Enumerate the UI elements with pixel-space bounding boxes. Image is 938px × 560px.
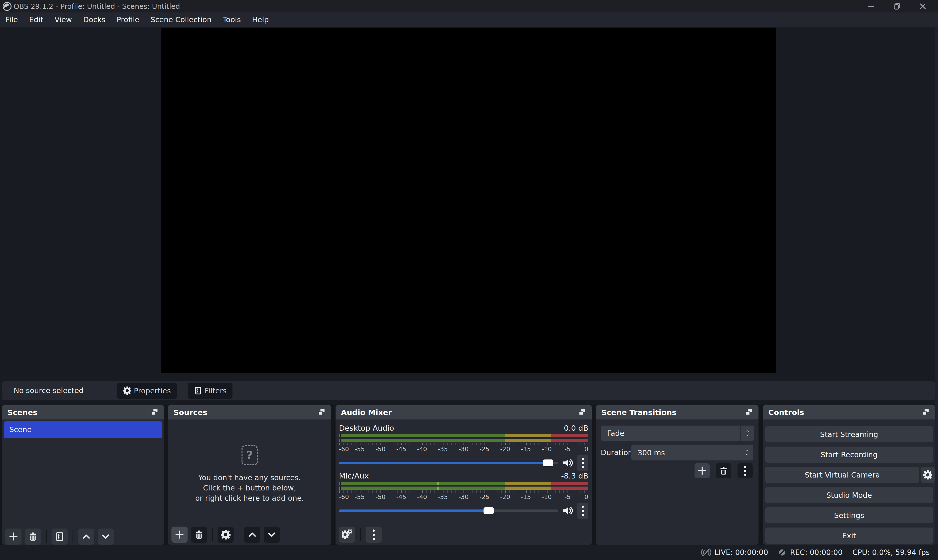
volume-slider-handle[interactable] [543,460,553,466]
menu-scene-collection[interactable]: Scene Collection [145,12,217,27]
rec-timer: REC: 00:00:00 [790,548,842,557]
move-scene-down-button[interactable] [98,529,114,545]
spinner-arrows[interactable] [745,449,753,456]
broadcast-off-icon [701,548,711,557]
virtual-camera-settings-button[interactable] [921,467,935,483]
chevron-down-icon [267,530,277,540]
remove-source-button[interactable] [191,526,207,543]
empty-text-line1: You don't have any sources. [168,473,331,483]
mixer-options-button[interactable] [366,526,382,543]
menu-view[interactable]: View [49,12,77,27]
scene-filters-button[interactable] [51,529,68,545]
studio-mode-button[interactable]: Studio Mode [765,487,933,503]
channel-options-button[interactable] [577,503,588,519]
source-status-text: No source selected [14,382,83,400]
start-streaming-button[interactable]: Start Streaming [765,426,933,442]
volume-slider-fill [339,462,548,464]
scenes-toolbar: + [5,529,114,545]
move-source-down-button[interactable] [264,526,280,543]
gear-icon [221,530,230,540]
menu-profile[interactable]: Profile [111,12,145,27]
audio-mixer-toolbar [339,526,382,543]
gear-icon [123,386,131,395]
remove-scene-button[interactable] [25,529,41,545]
popout-icon[interactable] [744,408,753,417]
filter-icon [55,532,65,542]
menu-file[interactable]: File [0,12,23,27]
meter-peak-marker [437,482,439,485]
live-timer: LIVE: 00:00:00 [714,548,768,557]
cpu-status: CPU: 0.0%, 59.94 fps [852,548,930,557]
transition-select[interactable]: Fade [601,426,754,441]
program-canvas[interactable] [161,28,776,373]
volume-slider[interactable] [339,509,558,512]
kebab-icon [744,466,746,476]
chevron-down-icon [101,532,111,542]
popout-icon[interactable] [317,408,326,417]
close-button[interactable] [918,2,928,11]
scene-transitions-panel: Scene Transitions Fade Duration 300 ms + [596,405,759,545]
chevron-down-icon [745,453,750,456]
right-edge-strip [935,27,938,545]
sources-panel-title: Sources [173,408,207,417]
volume-slider[interactable] [339,462,558,464]
advanced-audio-button[interactable] [339,526,355,543]
duration-spinbox[interactable]: 300 ms [631,445,753,460]
duration-label: Duration [601,445,633,460]
meter-scale: -60 -55 -50 -45 -40 -35 -30 -25 -20 -15 … [339,493,588,501]
menu-help[interactable]: Help [247,12,274,27]
record-off-icon [778,548,787,557]
start-virtual-camera-button[interactable]: Start Virtual Camera [765,467,919,483]
source-properties-button[interactable] [218,526,234,543]
obs-logo-icon [2,2,12,11]
scene-transitions-header: Scene Transitions [596,405,759,420]
duration-value: 300 ms [631,448,665,457]
chevron-up-icon [745,429,750,432]
speaker-icon[interactable] [562,457,573,469]
toolbar-separator [360,528,361,541]
move-scene-up-button[interactable] [78,529,94,545]
menu-docks[interactable]: Docks [78,12,111,27]
window-title: OBS 29.1.2 - Profile: Untitled - Scenes:… [14,2,180,11]
volume-slider-handle[interactable] [483,507,494,514]
empty-text-line2: Click the + button below, [168,483,331,493]
filters-label: Filters [205,386,227,395]
channel-options-button[interactable] [577,455,588,471]
add-transition-button[interactable]: + [694,463,710,478]
remove-transition-button[interactable] [716,463,731,478]
scene-list-item[interactable]: Scene [4,422,162,438]
plus-icon: + [174,528,185,540]
meter-level-marker [340,486,341,490]
transition-options-button[interactable] [737,463,753,478]
meter-level-marker [340,434,341,437]
exit-button[interactable]: Exit [765,528,933,544]
plus-icon: + [8,530,19,542]
settings-button[interactable]: Settings [765,507,933,523]
toolbar-separator [239,528,239,541]
restore-button[interactable] [892,2,902,11]
add-source-button[interactable]: + [171,526,188,543]
popout-icon[interactable] [921,408,930,417]
meter-ticks [339,491,588,493]
transition-selected-value: Fade [601,429,624,437]
menu-tools[interactable]: Tools [217,12,247,27]
trash-icon [719,466,728,475]
trash-icon [28,532,38,542]
popout-icon[interactable] [150,408,159,417]
toolbar-separator [73,530,73,543]
menu-edit[interactable]: Edit [23,12,49,27]
start-recording-button[interactable]: Start Recording [765,446,933,463]
sources-panel-header: Sources [168,405,331,420]
properties-button[interactable]: Properties [117,383,177,399]
volume-meter: -60 -55 -50 -45 -40 -35 -30 -25 -20 -15 … [339,482,588,501]
double-gear-icon [342,529,352,540]
trash-icon [194,530,204,540]
controls-header: Controls [763,405,935,420]
popout-icon[interactable] [577,408,586,417]
empty-text-line3: or right click here to add one. [168,493,331,503]
minimize-button[interactable] [866,2,876,11]
filters-button[interactable]: Filters [188,383,233,399]
move-source-up-button[interactable] [244,526,260,543]
add-scene-button[interactable]: + [5,529,22,545]
speaker-icon[interactable] [562,505,573,516]
